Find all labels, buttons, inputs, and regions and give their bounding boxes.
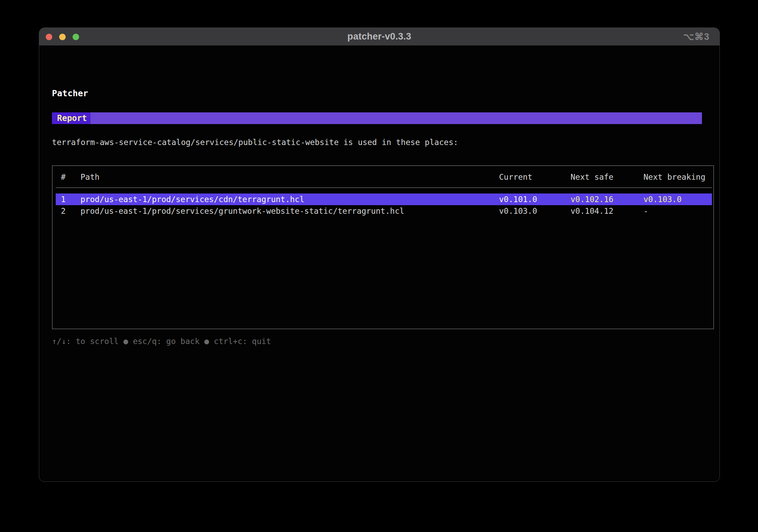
- usages-table: # Path Current Next safe Next breaking 1…: [52, 165, 714, 329]
- row-current-version: v0.103.0: [499, 205, 571, 217]
- app-title: Patcher: [52, 88, 88, 98]
- column-header-next-breaking: Next breaking: [643, 166, 712, 188]
- window-titlebar[interactable]: patcher-v0.3.3 ⌥⌘3: [39, 28, 719, 46]
- row-path: prod/us-east-1/prod/services/cdn/terragr…: [80, 193, 499, 205]
- row-path: prod/us-east-1/prod/services/gruntwork-w…: [80, 205, 499, 217]
- row-num: 2: [61, 205, 80, 217]
- column-header-path: Path: [80, 166, 499, 188]
- tab-report[interactable]: Report: [52, 112, 90, 124]
- traffic-lights: [46, 28, 79, 46]
- tab-bar: Report: [52, 112, 702, 124]
- close-button[interactable]: [46, 34, 52, 40]
- column-header-current: Current: [499, 166, 571, 188]
- keybinding-help: ↑/↓: to scroll ● esc/q: go back ● ctrl+c…: [52, 335, 271, 347]
- table-row[interactable]: 2 prod/us-east-1/prod/services/gruntwork…: [56, 205, 712, 217]
- row-next-safe-version: v0.102.16: [571, 193, 643, 205]
- row-num: 1: [61, 193, 80, 205]
- minimize-button[interactable]: [59, 34, 66, 40]
- row-next-breaking-version: -: [643, 205, 712, 217]
- row-current-version: v0.101.0: [499, 193, 571, 205]
- column-header-num: #: [61, 166, 80, 188]
- table-row-selected[interactable]: 1 prod/us-east-1/prod/services/cdn/terra…: [56, 193, 712, 205]
- table-body: 1 prod/us-east-1/prod/services/cdn/terra…: [53, 188, 713, 217]
- zoom-button[interactable]: [73, 34, 79, 40]
- row-next-safe-version: v0.104.12: [571, 205, 643, 217]
- terminal-window: patcher-v0.3.3 ⌥⌘3 Patcher Report terraf…: [39, 27, 720, 482]
- table-header-row: # Path Current Next safe Next breaking: [56, 166, 712, 188]
- usage-description: terraform-aws-service-catalog/services/p…: [52, 138, 458, 147]
- row-next-breaking-version: v0.103.0: [643, 193, 712, 205]
- window-shortcut-badge: ⌥⌘3: [683, 28, 710, 46]
- terminal-content: Patcher Report terraform-aws-service-cat…: [39, 46, 719, 482]
- window-title: patcher-v0.3.3: [39, 31, 719, 42]
- column-header-next-safe: Next safe: [571, 166, 643, 188]
